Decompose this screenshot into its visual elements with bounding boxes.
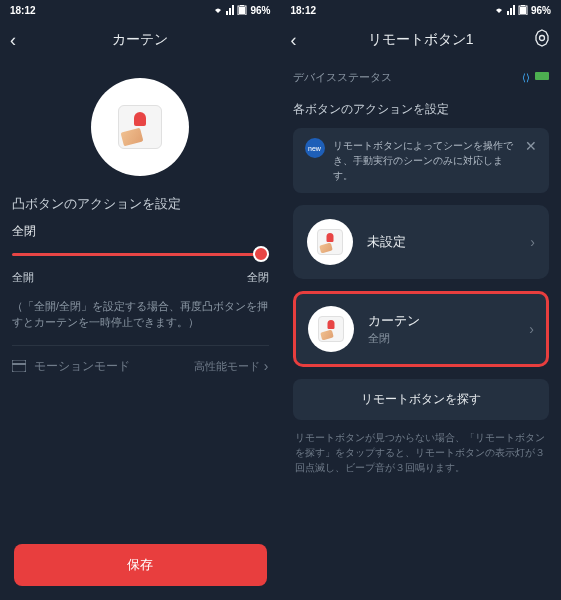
header: ‹ リモートボタン1 [281, 20, 562, 60]
wifi-icon [213, 5, 223, 15]
chevron-right-icon: › [529, 321, 534, 337]
device-icon-circle [307, 219, 353, 265]
save-button[interactable]: 保存 [14, 544, 267, 586]
settings-button[interactable] [533, 29, 551, 51]
curtain-switch-icon [118, 105, 162, 149]
svg-rect-5 [239, 7, 245, 14]
device-icon-circle [308, 306, 354, 352]
back-button[interactable]: ‹ [291, 30, 297, 51]
status-time: 18:12 [291, 5, 317, 16]
svg-rect-13 [520, 7, 526, 14]
slider-labels: 全開 全閉 [12, 270, 269, 285]
page-title: リモートボタン1 [368, 31, 474, 49]
bluetooth-icon: ⟨⟩ [522, 72, 530, 83]
content: 凸ボタンのアクションを設定 全閉 全開 全閉 （「全開/全閉」を設定する場合、再… [0, 60, 281, 600]
battery-icon [237, 5, 247, 15]
section-title: 凸ボタンのアクションを設定 [12, 196, 269, 213]
help-text: リモートボタンが見つからない場合、「リモートボタンを探す」をタップすると、リモー… [281, 430, 562, 476]
status-icons: 96% [213, 5, 270, 16]
signal-icon [226, 5, 234, 15]
device-icon-circle [91, 78, 189, 176]
info-text: リモートボタンによってシーンを操作でき、手動実行のシーンのみに対応します。 [333, 138, 518, 183]
switch-icon [318, 316, 344, 342]
status-battery: 96% [531, 5, 551, 16]
slider-track [12, 253, 269, 256]
motion-mode-value: 高性能モード [194, 359, 260, 374]
slider-max-label: 全閉 [247, 270, 269, 285]
back-button[interactable]: ‹ [10, 30, 16, 51]
svg-rect-9 [510, 8, 512, 15]
chevron-right-icon: › [264, 358, 269, 374]
button-card-unset[interactable]: 未設定 › [293, 205, 550, 279]
card-icon [12, 360, 26, 372]
status-bar: 18:12 96% [281, 0, 562, 20]
status-bar: 18:12 96% [0, 0, 281, 20]
button-card-curtain[interactable]: カーテン 全閉 › [293, 291, 550, 367]
svg-rect-2 [232, 5, 234, 15]
svg-rect-8 [507, 11, 509, 15]
svg-rect-1 [229, 8, 231, 15]
phone-right: 18:12 96% ‹ リモートボタン1 デバイスステータス ⟨⟩ 各ボタンのア… [281, 0, 562, 600]
svg-rect-6 [12, 360, 26, 372]
battery-level-icon [535, 72, 549, 80]
motion-mode-row[interactable]: モーションモード 高性能モード › [12, 345, 269, 387]
status-icons: 96% [494, 5, 551, 16]
device-status-row[interactable]: デバイスステータス ⟨⟩ [281, 60, 562, 95]
hint-text: （「全開/全閉」を設定する場合、再度凸ボタンを押すとカーテンを一時停止できます。… [12, 299, 269, 331]
find-remote-button[interactable]: リモートボタンを探す [293, 379, 550, 420]
find-remote-label: リモートボタンを探す [361, 392, 481, 406]
battery-icon [518, 5, 528, 15]
info-banner: new リモートボタンによってシーンを操作でき、手動実行のシーンのみに対応します… [293, 128, 550, 193]
slider-min-label: 全開 [12, 270, 34, 285]
new-badge: new [305, 138, 325, 158]
section-title: 各ボタンのアクションを設定 [281, 95, 562, 128]
save-button-label: 保存 [127, 556, 153, 574]
svg-rect-10 [513, 5, 515, 15]
gear-icon [533, 29, 551, 47]
close-banner-button[interactable]: ✕ [525, 138, 537, 154]
header: ‹ カーテン [0, 20, 281, 60]
svg-marker-14 [536, 30, 548, 46]
device-status-label: デバイスステータス [293, 70, 392, 85]
device-status-icons: ⟨⟩ [522, 72, 549, 83]
slider-section: 全閉 全開 全閉 [12, 223, 269, 285]
slider-thumb[interactable] [253, 246, 269, 262]
card-title: カーテン [368, 313, 516, 330]
svg-rect-0 [226, 11, 228, 15]
wifi-icon [494, 5, 504, 15]
svg-rect-7 [12, 363, 26, 365]
hero-icon [12, 60, 269, 196]
position-slider[interactable] [12, 246, 269, 264]
signal-icon [507, 5, 515, 15]
motion-mode-label: モーションモード [34, 358, 130, 375]
page-title: カーテン [112, 31, 168, 49]
card-subtitle: 全閉 [368, 332, 516, 346]
phone-left: 18:12 96% ‹ カーテン 凸ボタンのアクションを設定 全閉 全開 [0, 0, 281, 600]
svg-point-15 [540, 36, 545, 41]
card-title: 未設定 [367, 234, 517, 251]
status-time: 18:12 [10, 5, 36, 16]
switch-icon [317, 229, 343, 255]
slider-value: 全閉 [12, 223, 269, 240]
status-battery: 96% [250, 5, 270, 16]
chevron-right-icon: › [530, 234, 535, 250]
